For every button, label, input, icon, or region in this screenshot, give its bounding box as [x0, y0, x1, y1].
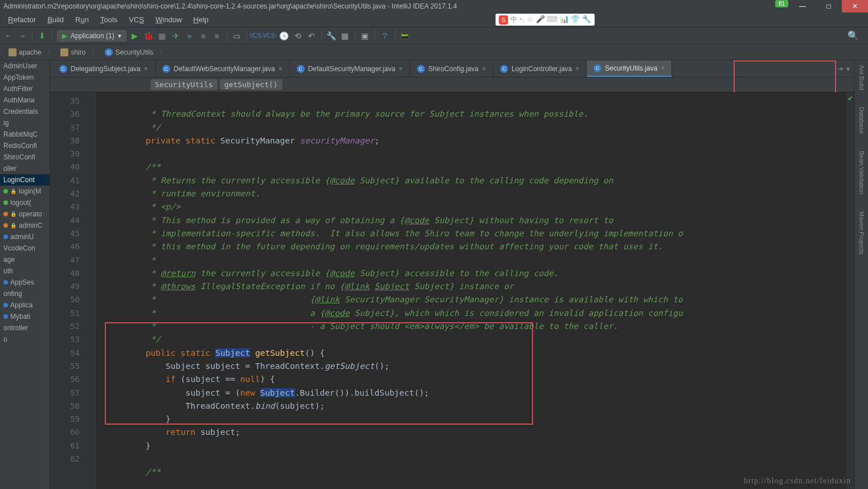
layout-icon[interactable]: ▭ — [232, 31, 242, 41]
structure-item[interactable]: ShiroConfi — [0, 151, 50, 163]
menu-help[interactable]: Help — [189, 14, 213, 25]
sdk-icon[interactable]: ▣ — [360, 31, 370, 41]
debug-icon[interactable]: 🐞 — [144, 31, 154, 41]
settings-icon[interactable]: 🔧 — [326, 31, 337, 41]
back-icon[interactable]: ← — [3, 31, 14, 41]
structure-item[interactable]: AuthFilter — [0, 83, 50, 94]
structure-item[interactable]: RedisConfi — [0, 140, 50, 151]
structure-item[interactable]: RabbitMqC — [0, 129, 50, 140]
run-configuration-selector[interactable]: ▶ Application (1) ▾ — [57, 30, 126, 42]
structure-item[interactable]: AdminUser — [0, 60, 50, 72]
crumb-class[interactable]: SecurityUtils — [150, 79, 218, 90]
structure-item[interactable]: Applica — [0, 299, 50, 311]
structure-item[interactable]: oller — [0, 163, 50, 174]
right-tool-rail: Ant Build Database Bean Validation Maven… — [854, 60, 868, 489]
revert-icon[interactable]: ⟲ — [293, 31, 303, 41]
ime-logo-icon: S — [499, 15, 508, 24]
close-icon[interactable]: × — [399, 65, 403, 73]
tool-ant-build[interactable]: Ant Build — [858, 65, 865, 90]
structure-item[interactable]: uth — [0, 265, 50, 277]
tab-default-security-manager[interactable]: CDefaultSecurityManager.java× — [290, 60, 410, 77]
code-content[interactable]: * ThreadContext should always be the pri… — [96, 92, 846, 489]
ime-mode: 中 •, ☺ 🎤 ⌨ 📊 👕 🔧 — [510, 15, 591, 24]
run-icon[interactable]: ▶ — [130, 31, 140, 41]
menu-build[interactable]: Build — [43, 14, 68, 25]
project-structure-icon[interactable]: ▦ — [340, 31, 350, 41]
close-icon[interactable]: × — [144, 65, 148, 73]
deploy-icon[interactable]: 📟 — [400, 31, 410, 41]
coverage-icon[interactable]: ▦ — [157, 31, 167, 41]
structure-item[interactable]: Mybati — [0, 311, 50, 322]
vcs-commit-icon[interactable]: VCS↑ — [265, 31, 276, 41]
class-icon: C — [59, 65, 67, 73]
structure-item[interactable]: onfing — [0, 288, 50, 299]
structure-item[interactable]: logout( — [0, 197, 50, 208]
crumb-method[interactable]: getSubject() — [220, 79, 282, 90]
chevron-down-icon: ▾ — [118, 32, 121, 40]
close-icon[interactable]: × — [482, 65, 486, 73]
chevron-right-icon: 〉 — [46, 47, 55, 57]
history-icon[interactable]: 🕓 — [279, 31, 289, 41]
search-everywhere-icon[interactable]: 🔍 — [842, 30, 865, 41]
class-icon: C — [297, 65, 305, 73]
structure-item[interactable]: VcodeCon — [0, 243, 50, 254]
breadcrumb-apache[interactable]: apache — [3, 47, 46, 58]
structure-item[interactable]: age — [0, 254, 50, 265]
window-close-button[interactable]: ✕ — [842, 0, 868, 13]
main-toolbar: ← → ⬇ ▶ Application (1) ▾ ▶ 🐞 ▦ ✈ » ■ ■ … — [0, 27, 868, 44]
structure-item[interactable]: ontroller — [0, 322, 50, 334]
editor-method-breadcrumb: SecurityUtils getSubject() — [50, 77, 854, 92]
menu-refactor[interactable]: Refactor — [3, 14, 40, 25]
structure-item[interactable]: ig — [0, 117, 50, 129]
tab-list-icon[interactable]: ⇥ — [837, 65, 843, 73]
tool-bean-validation[interactable]: Bean Validation — [858, 151, 865, 194]
tab-delegating-subject[interactable]: CDelegatingSubject.java× — [52, 60, 155, 77]
window-minimize-button[interactable]: — — [789, 0, 816, 13]
tab-login-controller[interactable]: CLoginController.java× — [493, 60, 587, 77]
close-icon[interactable]: × — [279, 65, 282, 73]
editor-scrollbar[interactable]: ✔ — [846, 92, 854, 489]
watermark-text: http://blog.csdn.net/feiduxin — [744, 476, 851, 486]
menu-run[interactable]: Run — [71, 14, 93, 25]
structure-item[interactable]: 🔒login(M — [0, 186, 50, 197]
ime-toolbar: S 中 •, ☺ 🎤 ⌨ 📊 👕 🔧 — [496, 14, 595, 26]
class-icon: C — [417, 65, 425, 73]
stop-icon[interactable]: ■ — [198, 31, 208, 41]
class-icon: C — [500, 65, 508, 73]
structure-item[interactable]: 🔒adminC — [0, 220, 50, 231]
tab-default-web-security-manager[interactable]: CDefaultWebSecurityManager.java× — [155, 60, 290, 77]
tab-dropdown-icon[interactable]: ▾ — [846, 65, 850, 73]
structure-item[interactable]: 🔒operato — [0, 208, 50, 220]
help-icon[interactable]: ? — [380, 31, 390, 41]
breadcrumb-class[interactable]: CSecurityUtils — [100, 47, 158, 58]
menu-vcs[interactable]: VCS — [124, 14, 149, 25]
profile-icon[interactable]: ✈ — [171, 31, 181, 41]
breadcrumb-shiro[interactable]: shiro — [55, 47, 91, 58]
tab-security-utils[interactable]: CSecurityUtils.java× — [587, 60, 672, 77]
structure-item[interactable]: AuthMana — [0, 94, 50, 106]
menu-window[interactable]: Window — [151, 14, 186, 25]
main-menu-bar: Refactor Build Run Tools VCS Window Help… — [0, 13, 868, 27]
compile-icon[interactable]: ⬇ — [37, 31, 47, 41]
tab-shiro-config[interactable]: CShiroConfig.java× — [410, 60, 493, 77]
tool-maven-projects[interactable]: Maven Projects — [858, 211, 865, 254]
close-icon[interactable]: × — [575, 65, 579, 73]
tool-database[interactable]: Database — [858, 107, 865, 134]
attach-icon[interactable]: » — [185, 31, 195, 41]
line-number-gutter: 3536373839404142434445464748495051525354… — [50, 92, 84, 489]
structure-item[interactable]: LoginCont — [0, 174, 50, 186]
editor-area[interactable]: 3536373839404142434445464748495051525354… — [50, 92, 854, 489]
vcs-update-icon[interactable]: VCS↓ — [252, 31, 262, 41]
structure-item[interactable]: o — [0, 334, 50, 345]
structure-item[interactable]: Credentials — [0, 106, 50, 117]
menu-tools[interactable]: Tools — [96, 14, 122, 25]
close-icon[interactable]: × — [661, 64, 665, 72]
forward-icon[interactable]: → — [17, 31, 27, 41]
stop2-icon[interactable]: ■ — [212, 31, 222, 41]
window-maximize-button[interactable]: □ — [816, 0, 842, 13]
structure-item[interactable]: adminU — [0, 231, 50, 243]
class-icon: C — [162, 65, 170, 73]
structure-item[interactable]: AppSes — [0, 277, 50, 288]
structure-item[interactable]: AppToken — [0, 72, 50, 83]
undo-icon[interactable]: ↶ — [306, 31, 317, 41]
